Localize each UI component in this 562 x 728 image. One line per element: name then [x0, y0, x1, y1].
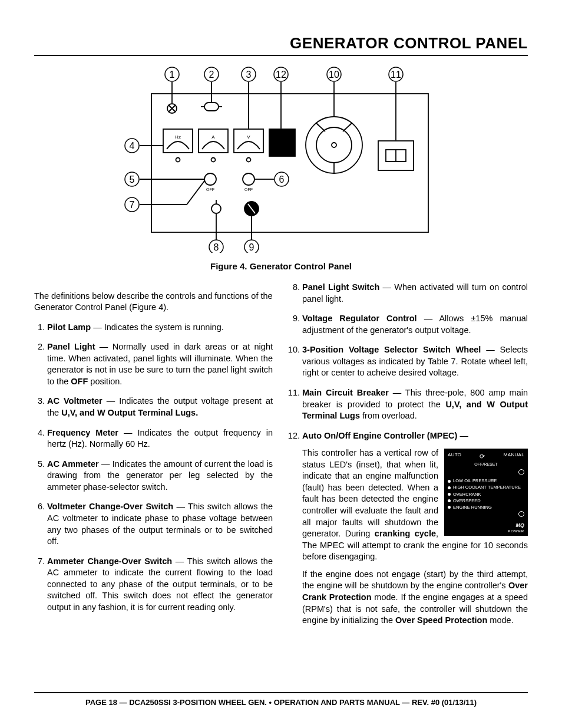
- svg-text:A: A: [211, 134, 215, 140]
- svg-rect-9: [204, 103, 219, 111]
- svg-text:11: 11: [391, 70, 401, 80]
- svg-text:V: V: [247, 134, 250, 140]
- page-footer: PAGE 18 — DCA250SSI 3-POSITION WHEEL GEN…: [34, 692, 528, 707]
- svg-rect-5: [234, 129, 263, 153]
- definition-item: Main Circuit Breaker — This three-pole, …: [302, 387, 528, 422]
- svg-rect-7: [269, 129, 295, 156]
- svg-text:8: 8: [214, 242, 219, 252]
- svg-text:3: 3: [246, 70, 252, 80]
- svg-point-17: [243, 173, 254, 185]
- svg-rect-0: [151, 94, 428, 232]
- svg-text:Hz: Hz: [175, 134, 181, 140]
- title-rule: [34, 55, 528, 56]
- definition-item: Voltmeter Change-Over Switch — This swit…: [47, 501, 273, 547]
- definition-item: Panel Light Switch — When activated will…: [302, 282, 528, 305]
- svg-rect-3: [199, 129, 228, 153]
- definition-item: Panel Light — Normally used in dark area…: [47, 341, 273, 387]
- definitions-right: Panel Light Switch — When activated will…: [289, 282, 528, 627]
- mpec-inset: AUTO⟳MANUALOFF/RESETLOW OIL PRESSUREHIGH…: [444, 449, 528, 536]
- svg-text:OFF: OFF: [244, 187, 253, 192]
- definition-item: AC Ammeter — Indicates the amount of cur…: [47, 459, 273, 493]
- svg-text:6: 6: [279, 174, 285, 185]
- svg-point-19: [211, 204, 221, 213]
- svg-text:4: 4: [130, 141, 135, 151]
- svg-line-36: [187, 181, 204, 205]
- svg-text:10: 10: [329, 70, 339, 80]
- svg-text:12: 12: [276, 70, 286, 80]
- figure-diagram: Hz A V OFF OFF 1 2 3 12 10 11 4 5 6 7 8 …: [116, 64, 446, 253]
- svg-text:7: 7: [130, 200, 135, 210]
- svg-text:9: 9: [249, 242, 254, 252]
- definition-item: Ammeter Change-Over Switch — This switch…: [47, 556, 273, 614]
- svg-point-22: [316, 127, 352, 163]
- svg-text:1: 1: [170, 70, 175, 80]
- svg-point-12: [176, 158, 180, 162]
- svg-point-14: [247, 158, 251, 162]
- intro-text: The definitions below describe the contr…: [34, 291, 273, 314]
- page-title: GENERATOR CONTROL PANEL: [34, 34, 528, 52]
- svg-text:2: 2: [209, 70, 214, 80]
- definition-item: Auto On/Off Engine Controller (MPEC) —AU…: [302, 430, 528, 627]
- definition-item: Frequency Meter — Indicates the output f…: [47, 427, 273, 450]
- svg-text:5: 5: [130, 174, 135, 185]
- definition-item: AC Voltmeter — Indicates the output volt…: [47, 396, 273, 419]
- definition-item: Pilot Lamp — Indicates the system is run…: [47, 322, 273, 334]
- svg-point-15: [204, 173, 216, 185]
- svg-rect-1: [163, 129, 193, 153]
- svg-point-23: [332, 143, 336, 147]
- definition-item: 3-Position Voltage Selector Switch Wheel…: [302, 344, 528, 379]
- definition-item: Voltage Regulator Control — Allows ±15% …: [302, 313, 528, 336]
- svg-text:OFF: OFF: [206, 187, 214, 192]
- figure-caption: Figure 4. Generator Control Panel: [34, 261, 528, 271]
- svg-point-13: [211, 158, 216, 162]
- definitions-left: Pilot Lamp — Indicates the system is run…: [34, 322, 273, 614]
